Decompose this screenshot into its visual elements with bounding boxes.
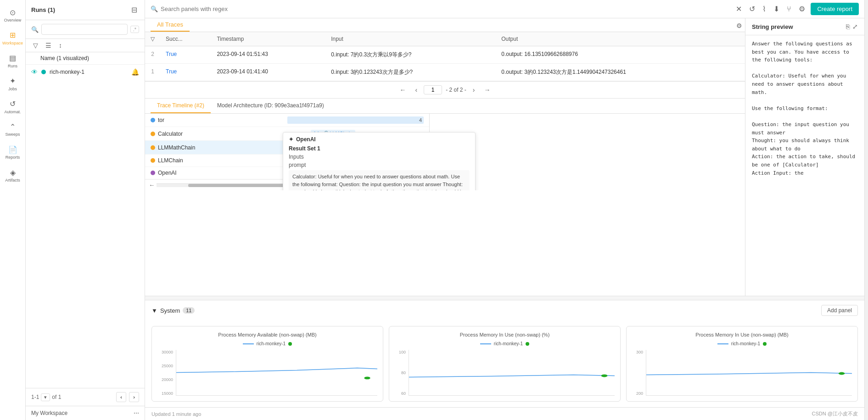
sidebar-item-automations[interactable]: ↺ Automat. (0, 95, 26, 118)
timeline-row-tor[interactable]: tor 4 (145, 114, 429, 127)
sidebar-item-reports[interactable]: 📄 Reports (0, 141, 26, 164)
main-content: 🔍 ✕ ↺ ⌇ ⬇ ⑂ ⚙ Create report ⚙ All T (145, 0, 864, 420)
pagination-controls: ‹ › (116, 392, 139, 402)
workspace-menu-icon[interactable]: ⋯ (134, 410, 139, 416)
prompt-content: Calculator: Useful for when you need to … (289, 170, 470, 190)
table-prev-btn[interactable]: ‹ (412, 85, 420, 94)
close-btn[interactable]: ✕ (734, 3, 744, 15)
sidebar-label-runs: Runs (8, 64, 17, 69)
sidebar-label-sweeps: Sweeps (5, 133, 20, 137)
chart-btn[interactable]: ⌇ (761, 3, 768, 15)
runs-list-header: Name (1 visualized) (26, 52, 145, 65)
row-timestamp-2: 2023-09-14 01:51:43 (211, 46, 325, 64)
regex-btn[interactable]: .* (130, 26, 139, 33)
runs-title: Runs (1) (31, 6, 55, 13)
next-page-btn[interactable]: › (129, 392, 139, 402)
bell-icon[interactable]: 🔔 (131, 68, 139, 76)
prev-page-btn[interactable]: ‹ (116, 392, 126, 402)
run-eye-icon[interactable]: 👁 (31, 68, 38, 76)
y-label-3-0: 300 (632, 350, 643, 354)
run-list-item[interactable]: 👁 rich-monkey-1 🔔 (26, 65, 145, 79)
row-input-1: 0.input: 3的0.123243次方是多少? (325, 64, 496, 81)
watermark: CSDN @江小皮不皮 (812, 410, 858, 417)
row-input-2: 0.input: 7的0.3次方乘以9等多少? (325, 46, 496, 64)
legend-line-2 (480, 343, 491, 344)
tl-label-calculator: Calculator (158, 131, 183, 137)
system-count-badge: 11 (183, 307, 195, 314)
tab-all-traces[interactable]: All Traces (151, 18, 190, 32)
sidebar: ⊙ Overview ⊞ Workspace ▤ Runs ✦ Jobs ↺ A… (0, 0, 26, 420)
output-col-header[interactable]: Output (496, 32, 745, 46)
sweeps-icon: ⌃ (8, 122, 18, 132)
runs-icon: ▤ (8, 53, 18, 63)
download-btn[interactable]: ⬇ (772, 3, 781, 15)
tl-dot-llmchain (151, 158, 155, 163)
fork-btn[interactable]: ⑂ (785, 3, 793, 15)
sidebar-item-artifacts[interactable]: ◈ Artifacts (0, 164, 26, 187)
row-output-1: 0.output: 3的0.123243次方是1.144990424732646… (496, 64, 745, 81)
updated-label: Updated 1 minute ago (151, 411, 201, 417)
system-header[interactable]: ▼ System 11 Add panel (145, 300, 864, 321)
pagination-dropdown[interactable]: ▾ (41, 393, 50, 401)
sidebar-item-overview[interactable]: ⊙ Overview (0, 4, 26, 27)
refresh-btn[interactable]: ↺ (747, 3, 757, 15)
add-panel-btn[interactable]: Add panel (821, 305, 858, 316)
tl-label-openai: OpenAI (158, 170, 177, 176)
page-settings-btn[interactable]: ⚙ (734, 20, 744, 31)
table-first-btn[interactable]: ← (397, 85, 409, 94)
table-row[interactable]: 2 True 2023-09-14 01:51:43 0.input: 7的0.… (145, 46, 745, 64)
create-report-btn[interactable]: Create report (811, 3, 859, 15)
string-preview-content: Answer the following questions as best y… (745, 35, 864, 296)
top-toolbar: 🔍 ✕ ↺ ⌇ ⬇ ⑂ ⚙ Create report (145, 0, 864, 18)
sidebar-item-workspace[interactable]: ⊞ Workspace (0, 27, 26, 50)
trace-table: ▽ Succ... Timestamp Input Output 2 True (145, 32, 745, 81)
timeline-tabs: Trace Timeline (#2) Model Architecture (… (145, 99, 745, 114)
inputs-label: Inputs (289, 154, 470, 160)
tab-trace-timeline[interactable]: Trace Timeline (#2) (151, 99, 211, 113)
settings-btn[interactable]: ⚙ (797, 3, 807, 15)
chart-legend-2: rich-monkey-1 (395, 341, 615, 346)
legend-line-3 (717, 343, 728, 344)
runs-layout-btn[interactable]: ⊟ (129, 4, 139, 16)
tl-dot-llmmathchain (151, 145, 155, 150)
svg-point-2 (839, 372, 845, 375)
table-last-btn[interactable]: → (482, 85, 493, 94)
table-next-btn[interactable]: › (470, 85, 478, 94)
chart-svg-2 (409, 350, 615, 395)
tl-dot-calculator (151, 132, 155, 136)
string-preview-header: String preview ⎘ ⤢ (745, 18, 864, 35)
expand-icon-btn[interactable]: ⤢ (852, 23, 858, 30)
run-name-label: rich-monkey-1 (50, 69, 128, 75)
filter-icon[interactable]: ▽ (31, 41, 40, 50)
runs-footer: 1-1 ▾ of 1 ‹ › (26, 388, 145, 406)
copy-icon-btn[interactable]: ⎘ (846, 23, 850, 30)
search-magnifier-icon: 🔍 (151, 6, 158, 12)
scroll-left-btn[interactable]: ← (149, 182, 155, 188)
timestamp-col-header[interactable]: Timestamp (211, 32, 325, 46)
tab-model-arch[interactable]: Model Architecture (ID: 909e3aea1f4971a9… (211, 99, 330, 113)
toolbar-actions: ✕ ↺ ⌇ ⬇ ⑂ ⚙ Create report (734, 3, 859, 15)
charts-row: Process Memory Available (non-swap) (MB)… (145, 321, 864, 407)
columns-icon[interactable]: ☰ (44, 41, 53, 50)
sidebar-item-jobs[interactable]: ✦ Jobs (0, 72, 26, 95)
table-row[interactable]: 1 True 2023-09-14 01:41:40 0.input: 3的0.… (145, 64, 745, 81)
chart-svg-3 (646, 350, 852, 395)
artifacts-icon: ◈ (8, 167, 18, 177)
page-number-input[interactable] (424, 85, 442, 94)
sidebar-item-runs[interactable]: ▤ Runs (0, 50, 26, 72)
chart-svg-1 (176, 350, 377, 395)
success-col-header[interactable]: Succ... (160, 32, 211, 46)
legend-dot-2 (526, 342, 529, 346)
prompt-label: prompt (289, 162, 470, 168)
result-set-label: Result Set 1 (289, 145, 470, 152)
runs-search-input[interactable] (41, 24, 128, 35)
tl-label-llmchain: LLMChain (158, 157, 183, 164)
legend-line-1 (243, 343, 254, 344)
panel-search-input[interactable] (161, 6, 298, 12)
sidebar-item-sweeps[interactable]: ⌃ Sweeps (0, 118, 26, 141)
sort-icon[interactable]: ↕ (57, 41, 64, 50)
input-col-header[interactable]: Input (325, 32, 496, 46)
pagination-range: 1-1 (31, 394, 39, 400)
chart-card-memory-use-mb: Process Memory In Use (non-swap) (MB) ri… (626, 326, 858, 402)
row-num-1: 1 (145, 64, 160, 81)
